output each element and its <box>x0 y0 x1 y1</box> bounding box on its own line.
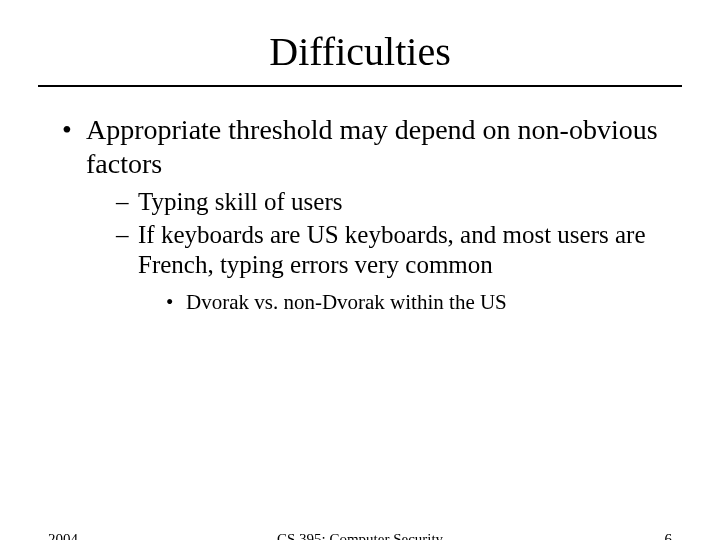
bullet-list-level3: Dvorak vs. non-Dvorak within the US <box>166 289 670 315</box>
bullet-level2-item: If keyboards are US keyboards, and most … <box>116 220 670 315</box>
bullet-level3-item: Dvorak vs. non-Dvorak within the US <box>166 289 670 315</box>
footer-page-number: 6 <box>665 531 673 540</box>
slide: Difficulties Appropriate threshold may d… <box>0 28 720 540</box>
bullet-list-level1: Appropriate threshold may depend on non-… <box>62 113 670 315</box>
bullet-text: Typing skill of users <box>138 188 343 215</box>
bullet-text: Dvorak vs. non-Dvorak within the US <box>186 290 507 314</box>
bullet-level1-item: Appropriate threshold may depend on non-… <box>62 113 670 315</box>
bullet-text: If keyboards are US keyboards, and most … <box>138 221 645 279</box>
footer-year: 2004 <box>48 531 78 540</box>
footer-course: CS 395: Computer Security <box>48 531 672 540</box>
slide-body: Appropriate threshold may depend on non-… <box>62 113 670 315</box>
title-underline <box>38 85 682 87</box>
slide-footer: 2004 CS 395: Computer Security 6 <box>0 531 720 540</box>
bullet-level2-item: Typing skill of users <box>116 187 670 218</box>
slide-title: Difficulties <box>0 28 720 75</box>
bullet-list-level2: Typing skill of users If keyboards are U… <box>116 187 670 315</box>
bullet-text: Appropriate threshold may depend on non-… <box>86 114 658 179</box>
